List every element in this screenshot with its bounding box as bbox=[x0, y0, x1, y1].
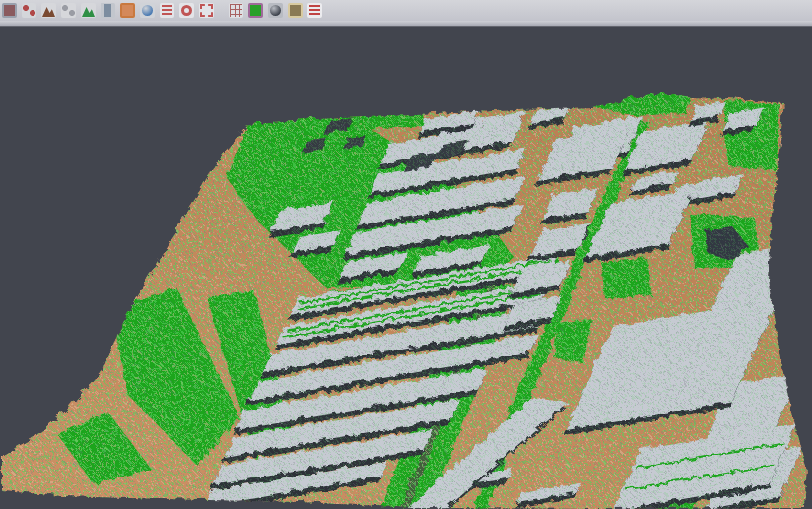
main-toolbar bbox=[0, 0, 812, 21]
tin-surface-button[interactable] bbox=[80, 2, 97, 19]
cross-section-button[interactable] bbox=[159, 2, 175, 19]
dem-terrain-icon bbox=[41, 3, 56, 18]
classification-button[interactable] bbox=[247, 2, 264, 19]
rotate-3d-icon bbox=[140, 3, 155, 18]
shaded-sphere-icon bbox=[268, 3, 283, 18]
elevation-map-button[interactable] bbox=[287, 2, 304, 19]
open-file-button[interactable] bbox=[1, 2, 18, 19]
grid-select-icon bbox=[229, 3, 243, 18]
point-cloud-icon bbox=[61, 3, 76, 18]
measure-button[interactable] bbox=[306, 2, 323, 19]
multi-view-icon bbox=[22, 3, 36, 18]
cross-section-icon bbox=[160, 3, 174, 18]
tin-surface-icon bbox=[81, 3, 96, 18]
classification-icon bbox=[248, 3, 263, 18]
application-window bbox=[0, 0, 812, 509]
dem-terrain-button[interactable] bbox=[40, 2, 57, 19]
ortho-image-button[interactable] bbox=[119, 2, 136, 19]
multi-view-button[interactable] bbox=[21, 2, 37, 19]
measure-icon bbox=[307, 3, 322, 18]
zoom-extents-button[interactable] bbox=[198, 2, 215, 19]
center-target-button[interactable] bbox=[178, 2, 195, 19]
elevation-map-icon bbox=[288, 3, 303, 18]
ortho-image-icon bbox=[120, 3, 135, 18]
center-target-icon bbox=[179, 3, 194, 18]
terrain-group bbox=[0, 27, 812, 509]
point-cloud-render bbox=[0, 27, 812, 509]
noise-overlay-dark bbox=[0, 27, 812, 509]
grid-select-button[interactable] bbox=[228, 2, 244, 19]
profile-view-button[interactable] bbox=[100, 2, 116, 19]
rotate-3d-button[interactable] bbox=[139, 2, 156, 19]
point-cloud-button[interactable] bbox=[60, 2, 77, 19]
zoom-extents-icon bbox=[199, 3, 214, 18]
profile-view-icon bbox=[101, 3, 115, 18]
open-file-icon bbox=[2, 3, 17, 18]
viewport-3d[interactable] bbox=[0, 27, 812, 509]
shaded-sphere-button[interactable] bbox=[267, 2, 284, 19]
